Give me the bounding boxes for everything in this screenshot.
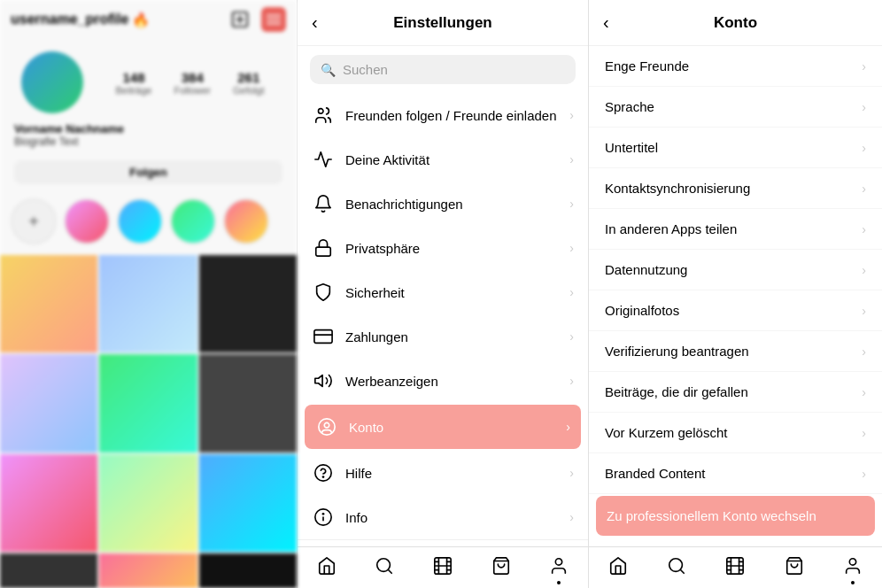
settings-item-help[interactable]: Hilfe › [298,451,588,495]
profile-nav-icon-right[interactable] [843,556,863,581]
post-4[interactable] [0,354,97,452]
post-12[interactable] [199,553,297,588]
header-icons [228,7,286,32]
konto-item-branded-content[interactable]: Branded Content › [589,453,882,494]
settings-item-account[interactable]: Konto › [305,405,581,449]
svg-rect-7 [316,247,331,256]
settings-title: Einstellungen [393,14,491,32]
konto-item-contact-sync[interactable]: Kontaktsynchronisierung › [589,168,882,209]
settings-item-ads[interactable]: Werbeanzeigen › [298,359,588,403]
profile-info: Vorname Nachname Biografie Text [0,117,297,153]
story-4[interactable] [223,198,269,244]
post-6[interactable] [199,354,297,452]
post-5[interactable] [99,354,197,452]
konto-item-switch-pro[interactable]: Zu professionellem Konto wechseln [596,496,875,536]
post-3[interactable] [199,255,297,352]
profile-username: username_profile 🔥 [11,12,150,28]
search-nav-icon[interactable] [375,556,394,581]
konto-item-share-apps[interactable]: In anderen Apps teilen › [589,209,882,250]
settings-item-friends[interactable]: Freunden folgen / Freunde einladen › [298,93,588,137]
konto-item-close-friends[interactable]: Enge Freunde › [589,46,882,87]
followers-stat: 384 Follower [174,70,211,96]
konto-item-language[interactable]: Sprache › [589,87,882,128]
settings-label-payments: Zahlungen [345,329,569,344]
lock-icon [312,236,335,259]
add-story[interactable]: + [11,198,57,244]
settings-item-security[interactable]: Sicherheit › [298,270,588,314]
story-1[interactable] [64,198,110,244]
konto-list: Enge Freunde › Sprache › Untertitel › Ko… [589,46,882,546]
following-stat: 261 Gefolgt [233,70,264,96]
help-circle-icon [312,461,335,484]
chevron-icon: › [569,241,574,255]
profile-nav-icon[interactable] [549,556,569,581]
menu-button[interactable] [261,7,286,32]
settings-bottom-nav [298,546,588,588]
post-8[interactable] [99,454,197,552]
chevron-icon: › [862,426,866,440]
posts-grid [0,255,297,588]
profile-header: username_profile 🔥 [0,0,297,39]
konto-item-verification[interactable]: Verifizierung beantragen › [589,331,882,372]
home-nav-icon[interactable] [317,556,337,581]
reels-nav-icon-right[interactable] [725,556,745,581]
chevron-icon: › [862,263,866,277]
search-nav-icon-right[interactable] [667,556,686,581]
shield-icon [312,281,335,304]
settings-label-account: Konto [349,420,566,435]
settings-item-privacy[interactable]: Privatsphäre › [298,226,588,270]
svg-line-18 [389,569,392,573]
shop-nav-icon-right[interactable] [785,556,804,581]
chevron-icon: › [569,197,574,211]
konto-item-subtitles[interactable]: Untertitel › [589,128,882,168]
card-icon [312,325,335,348]
settings-header: ‹ Einstellungen [298,0,588,46]
posts-stat: 148 Beiträge [115,70,151,96]
profile-panel: username_profile 🔥 148 Beiträge 384 Foll… [0,0,297,588]
post-2[interactable] [99,255,197,352]
svg-point-11 [324,422,329,428]
chevron-icon: › [862,182,866,196]
konto-item-data-usage[interactable]: Datennutzung › [589,250,882,290]
svg-point-12 [315,465,331,481]
story-2[interactable] [117,198,163,244]
back-button[interactable]: ‹ [312,12,318,33]
account-title: Konto [714,14,757,32]
home-nav-icon-right[interactable] [608,556,628,581]
settings-item-notifications[interactable]: Benachrichtigungen › [298,182,588,226]
follow-button[interactable]: Folgen [14,160,282,184]
story-3[interactable] [170,198,216,244]
activity-icon [312,148,335,171]
settings-item-activity[interactable]: Deine Aktivität › [298,137,588,182]
chevron-icon: › [862,100,866,114]
svg-point-28 [556,559,562,565]
bell-icon [312,192,335,215]
chevron-icon: › [862,222,866,236]
reels-nav-icon[interactable] [433,556,453,581]
chevron-icon: › [862,304,866,318]
fire-icon: 🔥 [132,12,150,28]
stories-row: + [0,191,297,251]
konto-item-recently-deleted[interactable]: Vor Kurzem gelöscht › [589,413,882,453]
chevron-icon: › [566,420,570,434]
add-post-button[interactable] [228,7,252,32]
chevron-icon: › [569,466,574,480]
settings-label-friends: Freunden folgen / Freunde einladen [345,108,569,123]
shop-nav-icon[interactable] [491,556,511,581]
konto-item-liked-posts[interactable]: Beiträge, die dir gefallen › [589,372,882,413]
settings-label-activity: Deine Aktivität [345,152,569,167]
avatar [21,51,83,113]
post-11[interactable] [99,553,197,588]
settings-item-info[interactable]: Info › [298,495,588,539]
settings-item-payments[interactable]: Zahlungen › [298,314,588,359]
settings-label-privacy: Privatsphäre [345,241,569,256]
search-icon: 🔍 [321,63,336,77]
account-back-button[interactable]: ‹ [603,12,609,33]
chevron-icon: › [569,152,574,166]
search-bar[interactable]: 🔍 Suchen [310,55,576,84]
post-10[interactable] [0,553,97,588]
konto-item-original-photos[interactable]: Originalfotos › [589,290,882,331]
post-7[interactable] [0,454,97,552]
post-9[interactable] [199,454,297,552]
post-1[interactable] [0,255,97,352]
